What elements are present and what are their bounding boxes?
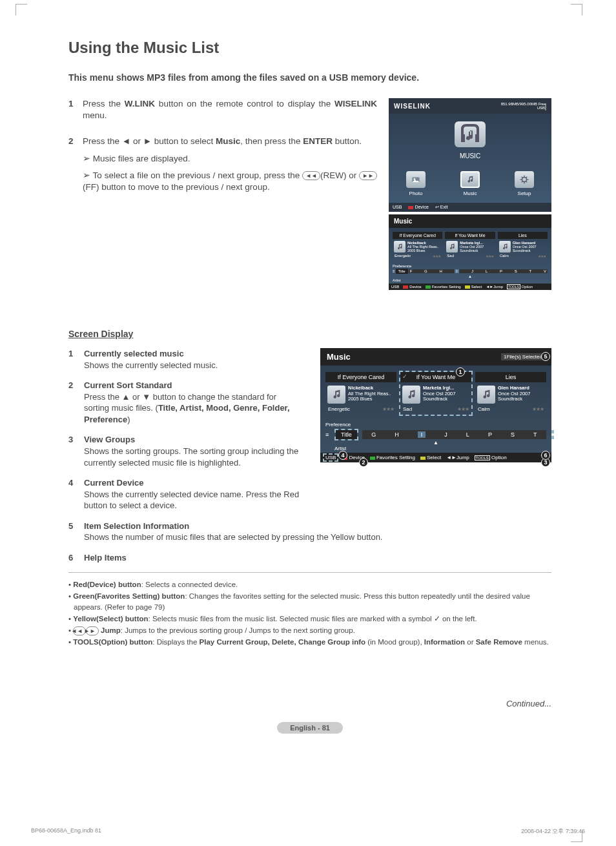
sort-chip[interactable]: Title — [336, 430, 357, 439]
note-icon — [477, 386, 495, 404]
letter-bar[interactable]: GHIJLPST — [362, 430, 546, 439]
track-card[interactable]: If Everyone Cared NickelbackAll The Righ… — [393, 232, 442, 260]
note-icon — [499, 241, 511, 253]
callout-2: 2 — [359, 458, 368, 467]
step-2: 2 Press the ◄ or ► button to select Musi… — [68, 136, 377, 193]
note-icon — [446, 241, 458, 253]
music-title: Music — [327, 352, 351, 362]
crop-mark — [571, 4, 582, 15]
continued-text: Continued... — [68, 699, 551, 708]
track-card[interactable]: If You Want Me Marketa Irgl...Once Ost 2… — [445, 232, 495, 260]
ff-icon: ►► — [359, 171, 377, 180]
red-swatch-icon — [403, 285, 408, 289]
page-subtitle: This menu shows MP3 files from among the… — [68, 72, 551, 83]
note-icon — [402, 386, 420, 404]
music-panel-annotated: Music1File(s) Selected If Everyone Cared… — [320, 348, 551, 462]
sort-chip[interactable]: Title — [396, 269, 408, 274]
selection-count: 1File(s) Selected — [501, 353, 545, 360]
gear-icon — [515, 171, 534, 188]
step-1: 1 Press the W.LINK button on the remote … — [68, 98, 377, 121]
check-icon: ✓ — [402, 373, 407, 380]
help-items-box: • Red(Device) button: Selects a connecte… — [68, 572, 551, 647]
yellow-swatch-icon — [465, 285, 470, 289]
note-icon — [394, 241, 406, 253]
foot-usb: USB — [391, 285, 399, 289]
green-swatch-icon — [426, 285, 431, 289]
star-icon: ★★★ — [433, 254, 440, 258]
star-icon: ★★★ — [538, 254, 546, 258]
music-icon — [460, 171, 480, 188]
ff-icon: ►► — [86, 626, 99, 635]
track-card-selected[interactable]: ✓If You Want MeMarketa Irgl...Once Ost 2… — [400, 372, 471, 415]
svg-line-10 — [526, 177, 527, 178]
music-large-icon — [455, 121, 486, 147]
star-icon: ★★★ — [486, 254, 493, 258]
rew-icon: ◄◄ — [302, 171, 320, 180]
wiselink-panel: WISELINK 851.98MB/995.00MB Free USB — [389, 98, 551, 212]
page-number-pill: English - 81 — [277, 722, 343, 734]
photo-icon — [406, 171, 426, 188]
svg-line-7 — [522, 177, 522, 178]
wiselink-big-label: MUSIC — [389, 152, 551, 160]
usb-bar-icon — [545, 105, 546, 110]
note-icon — [327, 386, 345, 404]
svg-line-9 — [522, 181, 522, 182]
page-title: Using the Music List — [68, 39, 551, 57]
device-chip: USB — [324, 455, 337, 460]
list-icon: ≡ — [325, 431, 333, 438]
svg-line-8 — [526, 181, 527, 182]
red-swatch-icon — [408, 206, 413, 209]
cat-music[interactable]: Music — [460, 171, 480, 196]
cat-photo[interactable]: Photo — [406, 171, 426, 196]
yellow-swatch-icon — [420, 457, 426, 460]
music-panel-small: Music If Everyone Cared NickelbackAll Th… — [389, 214, 551, 290]
manual-page: Using the Music List This menu shows MP3… — [0, 0, 616, 846]
up-arrow-icon: ▲ — [320, 440, 551, 446]
svg-point-2 — [522, 178, 527, 182]
letter-bar[interactable]: FGHIJLPSTV — [409, 269, 548, 273]
svg-point-1 — [414, 178, 416, 180]
foot-usb: USB — [393, 205, 402, 210]
screen-display-heading: Screen Display — [68, 329, 551, 339]
cat-setup[interactable]: Setup — [515, 171, 534, 196]
track-card[interactable]: Lies Glen HansardOnce Ost 2007 Soundtrac… — [498, 232, 548, 260]
green-swatch-icon — [370, 457, 375, 460]
music-title: Music — [389, 214, 551, 228]
print-footer: BP68-00658A_Eng.indb 81 2008-04-22 오후 7:… — [31, 827, 585, 836]
wiselink-title: WISELINK — [394, 103, 431, 110]
crop-mark — [15, 4, 27, 15]
